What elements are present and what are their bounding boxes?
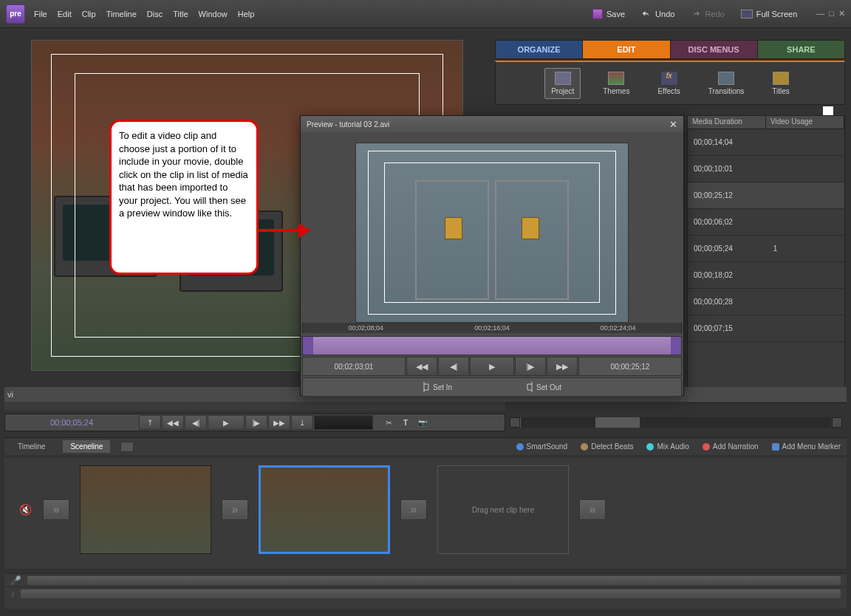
preview-ruler[interactable]: 00;02;08;04 00;02;16;04 00;02;24;04 <box>302 323 682 333</box>
tab-edit[interactable]: EDIT <box>583 41 670 58</box>
in-point-handle[interactable] <box>303 337 313 355</box>
media-row[interactable]: 00;00;14;04 <box>688 129 844 156</box>
undo-button[interactable]: Undo <box>637 7 679 21</box>
scroll-right-icon[interactable] <box>832 417 842 428</box>
set-in-button[interactable]: Set In <box>423 382 452 392</box>
callout-arrow <box>257 229 301 232</box>
media-row[interactable]: 00;00;07;15 <box>688 315 844 342</box>
storyboard-clip[interactable] <box>80 465 211 554</box>
preview-play[interactable]: ▶ <box>470 357 514 376</box>
shuttle[interactable] <box>314 415 373 430</box>
tab-share[interactable]: SHARE <box>758 41 844 58</box>
add-narration-button[interactable]: Add Narration <box>703 442 759 451</box>
freeze-frame-icon[interactable]: 📷 <box>414 415 431 430</box>
themes-icon <box>608 72 624 85</box>
preview-timeline[interactable] <box>302 336 682 355</box>
narration-track-icon[interactable]: 🎤 <box>10 575 21 586</box>
transition-slot[interactable]: » <box>579 499 606 520</box>
media-row[interactable]: 00;00;00;28 <box>688 289 844 315</box>
col-media-duration[interactable]: Media Duration <box>688 116 766 129</box>
save-label: Save <box>606 10 625 18</box>
preview-step-back[interactable]: ◀| <box>438 357 469 376</box>
scroll-left-icon[interactable] <box>510 417 520 428</box>
preview-ffwd[interactable]: ▶▶ <box>547 357 578 376</box>
timeline-ruler[interactable] <box>4 402 505 411</box>
media-row[interactable]: 00;00;05;241 <box>688 236 844 262</box>
media-row[interactable]: 00;00;06;02 <box>688 209 844 236</box>
storyboard-clip-selected[interactable] <box>259 465 390 554</box>
transition-slot[interactable]: » <box>222 499 248 520</box>
timeline-tab[interactable]: Timeline <box>10 440 52 453</box>
fullscreen-button[interactable]: Full Screen <box>736 7 802 21</box>
menu-bar: File Edit Clip Timeline Disc Title Windo… <box>34 10 254 18</box>
menu-window[interactable]: Window <box>199 10 228 18</box>
screen-icon <box>741 10 753 18</box>
menu-edit[interactable]: Edit <box>58 10 72 18</box>
goto-out[interactable]: ⤓ <box>291 415 313 430</box>
preview-step-fwd[interactable]: |▶ <box>515 357 546 376</box>
preview-close-icon[interactable]: ✕ <box>669 119 677 130</box>
window-close[interactable]: ✕ <box>838 9 845 18</box>
tab-organize[interactable]: ORGANIZE <box>496 41 583 58</box>
preview-title: Preview - tutorial 03 2.avi <box>307 120 389 129</box>
detect-beats-button[interactable]: Detect Beats <box>581 442 633 451</box>
main-timecode: 00;00;05;24 <box>5 418 138 427</box>
effects-label: Effects <box>657 87 680 95</box>
audio-tracks: 🎤 ♪ <box>4 573 847 609</box>
menu-timeline[interactable]: Timeline <box>106 10 137 18</box>
step-fwd[interactable]: |▶ <box>245 415 267 430</box>
menu-help[interactable]: Help <box>238 10 255 18</box>
drop-zone[interactable]: Drag next clip here <box>437 465 569 554</box>
mix-audio-button[interactable]: Mix Audio <box>646 442 688 451</box>
window-maximize[interactable]: □ <box>829 9 834 18</box>
project-button[interactable]: Project <box>544 68 581 99</box>
sceneline-tab[interactable]: Sceneline <box>63 440 110 453</box>
preview-tc-duration: 00;00;25;12 <box>578 357 682 376</box>
scroll-thumb[interactable] <box>595 417 640 428</box>
music-icon <box>516 443 524 451</box>
effects-button[interactable]: fx Effects <box>652 69 686 98</box>
tutorial-callout: To edit a video clip and choose just a p… <box>109 120 259 275</box>
split-clip-icon[interactable]: ✂ <box>380 415 397 430</box>
media-scrollbar[interactable] <box>510 414 842 431</box>
fullscreen-label: Full Screen <box>756 10 798 18</box>
titles-button[interactable]: Titles <box>766 69 796 98</box>
set-out-icon <box>526 382 533 392</box>
media-panel: Media Duration Video Usage 00;00;14;04 0… <box>687 115 845 403</box>
menu-disc[interactable]: Disc <box>147 10 163 18</box>
mix-icon <box>646 443 654 451</box>
menu-file[interactable]: File <box>34 10 47 18</box>
add-menu-marker-button[interactable]: Add Menu Marker <box>772 442 841 451</box>
tab-disc-menus[interactable]: DISC MENUS <box>671 41 758 58</box>
rewind[interactable]: ◀◀ <box>162 415 184 430</box>
col-video-usage[interactable]: Video Usage <box>766 116 844 129</box>
transitions-button[interactable]: Transitions <box>703 69 751 98</box>
save-button[interactable]: Save <box>588 7 629 21</box>
narration-track[interactable] <box>27 576 841 585</box>
play[interactable]: ▶ <box>208 415 245 430</box>
ffwd[interactable]: ▶▶ <box>268 415 290 430</box>
preview-rewind[interactable]: ◀◀ <box>406 357 437 376</box>
transition-slot[interactable]: » <box>43 499 69 520</box>
media-row[interactable]: 00;00;18;02 <box>688 262 844 289</box>
menu-title[interactable]: Title <box>173 10 188 18</box>
redo-button[interactable]: Redo <box>686 7 728 21</box>
smartsound-button[interactable]: SmartSound <box>516 442 568 451</box>
title-icon[interactable]: T <box>397 415 414 430</box>
clip-audio-icon[interactable]: 🔇 <box>19 504 33 516</box>
set-out-button[interactable]: Set Out <box>526 382 561 392</box>
media-row[interactable]: 00;00;25;12 <box>688 182 844 209</box>
out-point-handle[interactable] <box>671 337 681 355</box>
themes-button[interactable]: Themes <box>597 69 635 98</box>
goto-in[interactable]: ⤒ <box>139 415 161 430</box>
view-options-icon[interactable] <box>120 442 134 452</box>
media-row[interactable]: 00;00;10;01 <box>688 156 844 182</box>
menu-clip[interactable]: Clip <box>82 10 96 18</box>
transition-slot[interactable]: » <box>400 499 427 520</box>
undo-icon <box>641 9 652 19</box>
soundtrack-icon[interactable]: ♪ <box>10 589 15 599</box>
window-minimize[interactable]: — <box>816 9 824 18</box>
step-back[interactable]: ◀| <box>185 415 207 430</box>
sceneline-bar: Timeline Sceneline SmartSound Detect Bea… <box>4 437 847 455</box>
soundtrack[interactable] <box>21 589 841 598</box>
